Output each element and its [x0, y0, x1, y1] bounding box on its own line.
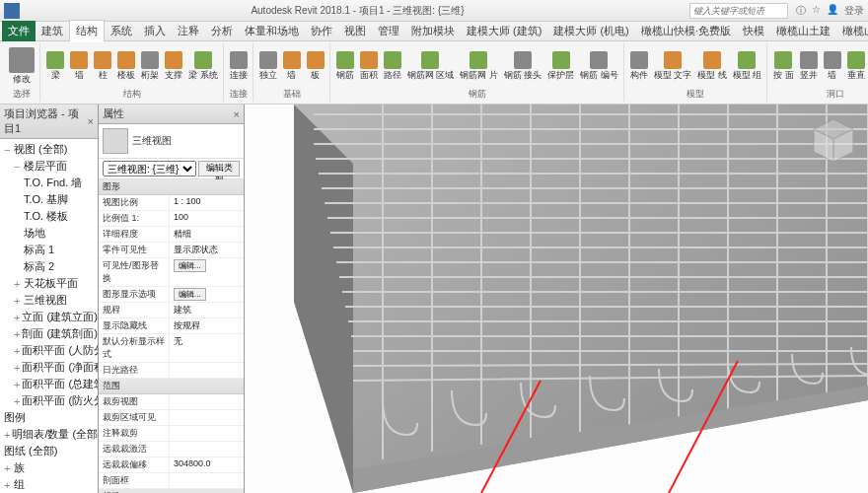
tree-node[interactable]: +三维视图 — [0, 292, 98, 309]
star-icon[interactable]: ☆ — [812, 4, 821, 18]
ribbon-钢筋编号[interactable]: 钢筋 编号 — [578, 50, 620, 83]
ribbon-柱[interactable]: 柱 — [92, 50, 113, 83]
tab-file[interactable]: 文件 — [2, 21, 36, 41]
ribbon-保护层[interactable]: 保护层 — [545, 50, 576, 83]
prop-row[interactable]: 图形显示选项编辑... — [99, 287, 244, 303]
ribbon-竖井[interactable]: 竖井 — [798, 50, 820, 83]
ribbon-模型文字[interactable]: 模型 文字 — [652, 50, 694, 83]
ribbon-梁系统[interactable]: 梁 系统 — [186, 50, 220, 83]
close-icon[interactable]: × — [88, 115, 94, 127]
browser-header: 项目浏览器 - 项目1 × — [0, 105, 98, 139]
prop-row[interactable]: 远裁裁激活 — [99, 442, 244, 458]
tree-node[interactable]: 标高 2 — [0, 258, 98, 275]
user-icon[interactable]: 👤 — [827, 4, 838, 18]
search-input[interactable] — [689, 3, 788, 19]
prop-row[interactable]: 详细程度精细 — [99, 227, 244, 243]
tab-10[interactable]: 附加模块 — [405, 21, 461, 41]
ribbon-连接[interactable]: 连接 — [228, 50, 250, 83]
prop-row[interactable]: 裁剪区域可见 — [99, 410, 244, 426]
edit-button[interactable]: 编辑... — [174, 288, 206, 301]
ribbon-板[interactable]: 板 — [305, 50, 326, 83]
tab-12[interactable]: 建模大师 (机电) — [547, 21, 634, 41]
prop-row[interactable]: 远裁裁偏移304800.0 — [99, 458, 244, 473]
ribbon-垂直[interactable]: 垂直 — [845, 50, 867, 83]
ribbon-钢筋接头[interactable]: 钢筋 接头 — [502, 50, 544, 83]
element-select[interactable]: 三维视图: {三维} — [103, 161, 196, 176]
tab-5[interactable]: 分析 — [205, 21, 239, 41]
tree-node[interactable]: +面积平面 (净面积) — [0, 359, 98, 376]
edit-type-button[interactable]: 编辑类型 — [198, 161, 240, 176]
tab-1[interactable]: 结构 — [69, 20, 105, 42]
ribbon-按面[interactable]: 按 面 — [771, 50, 796, 83]
tree-node[interactable]: +面积平面 (防火分区面积) — [0, 392, 98, 409]
ribbon-墙[interactable]: 墙 — [281, 50, 303, 83]
login-label[interactable]: 登录 — [844, 4, 864, 18]
browser-tree[interactable]: −视图 (全部)−楼层平面T.O. Fnd. 墙T.O. 基脚T.O. 楼板场地… — [0, 139, 98, 493]
tree-node[interactable]: +面积平面 (人防分区面积) — [0, 342, 98, 359]
ribbon-支撑[interactable]: 支撑 — [163, 50, 184, 83]
ribbon-桁架[interactable]: 桁架 — [139, 50, 161, 83]
tab-14[interactable]: 快模 — [737, 21, 770, 41]
tree-node[interactable]: +立面 (建筑立面) — [0, 309, 98, 325]
prop-row[interactable]: 可见性/图形替换编辑... — [99, 258, 244, 287]
tree-node[interactable]: +明细表/数量 (全部) — [0, 426, 98, 443]
ribbon-构件[interactable]: 构件 — [628, 50, 650, 83]
edit-button[interactable]: 编辑... — [174, 259, 206, 272]
tab-7[interactable]: 协作 — [305, 21, 338, 41]
ribbon-梁[interactable]: 梁 — [44, 50, 66, 83]
tree-node[interactable]: T.O. 楼板 — [0, 208, 98, 225]
ribbon-钢筋[interactable]: 钢筋 — [334, 50, 356, 83]
ribbon-钢筋网片[interactable]: 钢筋网 片 — [458, 50, 500, 83]
tab-0[interactable]: 建筑 — [36, 21, 69, 41]
info-icon[interactable]: ⓘ — [796, 4, 806, 18]
tree-node[interactable]: 标高 1 — [0, 242, 98, 258]
ribbon-墙[interactable]: 墙 — [822, 50, 843, 83]
prop-row[interactable]: 规程建筑 — [99, 303, 244, 318]
ribbon-楼板[interactable]: 楼板 — [115, 50, 137, 83]
close-icon[interactable]: × — [234, 108, 240, 120]
prop-row[interactable]: 比例值 1:100 — [99, 211, 244, 227]
viewcube[interactable] — [809, 114, 858, 164]
prop-row[interactable]: 默认分析显示样式无 — [99, 334, 244, 363]
tab-6[interactable]: 体量和场地 — [239, 21, 305, 41]
prop-row[interactable]: 注释裁剪 — [99, 426, 244, 442]
ribbon-模型线[interactable]: 模型 线 — [695, 50, 729, 83]
tab-3[interactable]: 插入 — [138, 21, 172, 41]
tab-2[interactable]: 系统 — [105, 21, 138, 41]
ribbon-模型组[interactable]: 模型 组 — [731, 50, 764, 83]
tree-node[interactable]: T.O. Fnd. 墙 — [0, 175, 98, 191]
tab-9[interactable]: 管理 — [372, 21, 405, 41]
properties-panel: 属性 × 三维视图 三维视图: {三维} 编辑类型 图形视图比例1 : 100比… — [99, 105, 245, 493]
tree-node[interactable]: −视图 (全部) — [0, 141, 98, 158]
ribbon-路径[interactable]: 路径 — [382, 50, 403, 83]
tree-node[interactable]: 图纸 (全部) — [0, 443, 98, 459]
tree-node[interactable]: +组 — [0, 476, 98, 493]
viewport-3d[interactable] — [245, 105, 868, 493]
ribbon-钢筋网区域[interactable]: 钢筋网 区域 — [405, 50, 457, 83]
tree-node[interactable]: −楼层平面 — [0, 158, 98, 175]
prop-row[interactable]: 视图比例1 : 100 — [99, 195, 244, 211]
tab-13[interactable]: 橄榄山快模·免费版 — [635, 21, 737, 41]
tree-node[interactable]: +族 — [0, 459, 98, 476]
prop-row[interactable]: 剖面框 — [99, 473, 244, 489]
ribbon-面积[interactable]: 面积 — [358, 50, 380, 83]
tree-node[interactable]: T.O. 基脚 — [0, 191, 98, 208]
prop-row[interactable]: 日光路径 — [99, 363, 244, 379]
tree-node[interactable]: +剖面 (建筑剖面) — [0, 325, 98, 342]
tab-8[interactable]: 视图 — [338, 21, 372, 41]
tab-16[interactable]: 橄榄山机电 — [836, 21, 868, 41]
tree-node[interactable]: 图例 — [0, 409, 98, 426]
tab-11[interactable]: 建模大师 (建筑) — [461, 21, 547, 41]
tree-node[interactable]: +面积平面 (总建筑面积) — [0, 376, 98, 392]
tree-node[interactable]: 场地 — [0, 225, 98, 242]
ribbon-独立[interactable]: 独立 — [257, 50, 279, 83]
ribbon-修改[interactable]: 修改 — [7, 46, 36, 87]
tab-15[interactable]: 橄榄山土建 — [770, 21, 836, 41]
tree-node[interactable]: +天花板平面 — [0, 275, 98, 292]
prop-row[interactable]: 裁剪视图 — [99, 394, 244, 410]
prop-row[interactable]: 显示隐藏线按规程 — [99, 318, 244, 334]
prop-row[interactable]: 零件可见性显示原状态 — [99, 243, 244, 258]
window-title: Autodesk Revit 2018.1 - 项目1 - 三维视图: {三维} — [26, 4, 689, 18]
tab-4[interactable]: 注释 — [172, 21, 205, 41]
ribbon-墙[interactable]: 墙 — [68, 50, 90, 83]
